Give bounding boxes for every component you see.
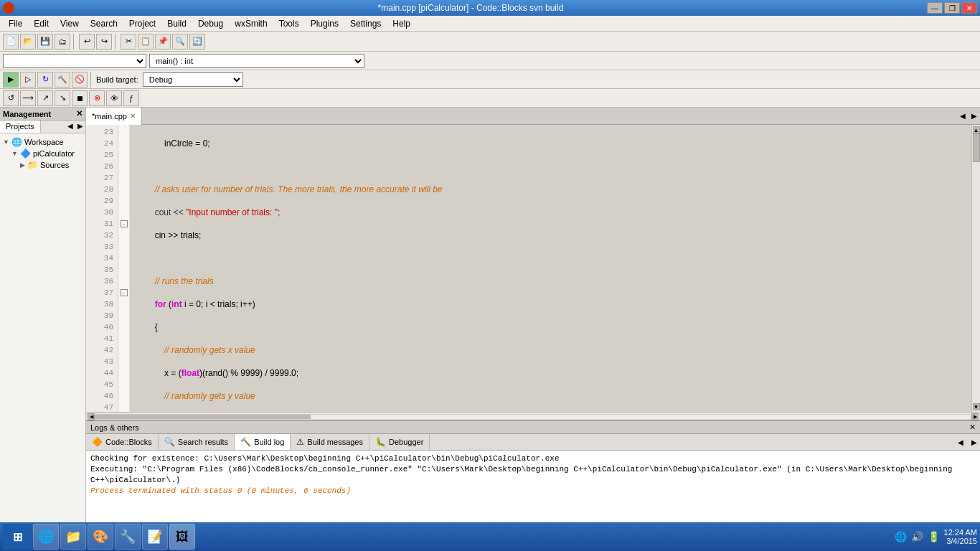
fold-column: - - [118,125,130,412]
hscroll-bar[interactable]: ◀ ▶ [86,412,980,420]
ln44: 44 [90,367,113,379]
debug-step3[interactable]: ↗ [37,90,53,106]
tree-project[interactable]: ▼ 🔷 piCalculator [0,148,85,159]
tab-prev[interactable]: ◀ [65,121,75,133]
taskbar-explorer[interactable]: 📁 [60,524,86,550]
tray-volume[interactable]: 🔊 [911,531,923,542]
code-line-27: cin >> trials; [136,230,966,241]
save-button[interactable]: 💾 [37,34,53,50]
vertical-scrollbar[interactable]: ▲ ▼ [971,125,980,412]
debug-stop[interactable]: ⏹ [72,90,88,106]
cut-button[interactable]: ✂ [121,34,136,50]
file-selector[interactable] [3,54,146,68]
redo-button[interactable]: ↪ [96,34,112,50]
find-button[interactable]: 🔍 [172,34,188,50]
ln38: 38 [90,298,113,310]
log-tab-prev[interactable]: ◀ [955,437,966,448]
tree-workspace[interactable]: ▼ 🌐 Workspace [0,136,85,148]
vscroll-down[interactable]: ▼ [973,403,980,410]
restore-button[interactable]: ❒ [944,2,960,14]
log-close-icon[interactable]: ✕ [969,423,976,432]
tray-battery[interactable]: 🔋 [928,531,940,542]
separator1 [73,34,76,50]
debug-func[interactable]: ƒ [123,90,139,106]
menu-edit[interactable]: Edit [28,17,55,30]
project-expand-icon[interactable]: ▼ [11,150,18,157]
debug-step1[interactable]: ↺ [3,90,19,106]
tree-sources[interactable]: ▶ 📁 Sources [0,159,85,171]
fold37[interactable]: - [118,287,129,298]
debug-step4[interactable]: ↘ [55,90,70,106]
taskbar-app3[interactable]: 🎨 [88,524,113,550]
log-tab-codeblocks[interactable]: 🔶 Code::Blocks [86,434,159,450]
fold41 [118,333,129,344]
clock[interactable]: 12:24 AM 3/4/2015 [944,528,977,545]
minimize-button[interactable]: — [927,2,943,14]
log-tab-next[interactable]: ▶ [969,437,980,448]
function-selector[interactable]: main() : int [149,54,364,68]
reload-button[interactable]: ↻ [37,72,53,88]
save-all-button[interactable]: 🗂 [55,34,70,50]
build-target-select[interactable]: Debug [143,72,243,87]
hscroll-left[interactable]: ◀ [88,413,95,420]
menu-wxsmith[interactable]: wxSmith [229,17,273,30]
fold25 [118,149,129,161]
start-button[interactable]: ⊞ [3,524,32,550]
vscroll-up[interactable]: ▲ [973,126,980,133]
fold24 [118,138,129,149]
paste-button[interactable]: 📌 [155,34,171,50]
ln47: 47 [90,402,113,412]
hscroll-thumb[interactable] [95,415,311,419]
log-panel: Logs & others ✕ 🔶 Code::Blocks 🔍 Search … [86,420,980,535]
fold31[interactable]: - [118,218,129,230]
fold38 [118,298,129,310]
taskbar-right: 🌐 🔊 🔋 12:24 AM 3/4/2015 [895,528,977,545]
menu-view[interactable]: View [55,17,85,30]
menu-help[interactable]: Help [387,17,416,30]
projects-tab[interactable]: Projects [0,121,41,133]
menu-build[interactable]: Build [161,17,192,30]
log-tab-searchresults[interactable]: 🔍 Search results [159,434,235,450]
close-button[interactable]: ✕ [961,2,977,14]
menu-debug[interactable]: Debug [192,17,229,30]
new-button[interactable]: 📄 [3,34,19,50]
run-button[interactable]: ▷ [20,72,36,88]
taskbar-app6[interactable]: 🖼 [169,524,195,550]
menu-plugins[interactable]: Plugins [305,17,344,30]
workspace-expand-icon[interactable]: ▼ [3,138,9,146]
debug-info[interactable]: ⊗ [89,90,105,106]
tab-close-icon[interactable]: ✕ [130,112,136,120]
sources-expand-icon[interactable]: ▶ [20,161,25,169]
log-tab-buildmessages[interactable]: ⚠ Build messages [291,434,369,450]
taskbar-chrome[interactable]: 🌐 [33,524,59,550]
menu-search[interactable]: Search [85,17,123,30]
build-run-button[interactable]: ▶ [3,72,19,88]
undo-button[interactable]: ↩ [79,34,95,50]
log-tab-arrows: ◀ ▶ [955,437,980,447]
menu-file[interactable]: File [3,17,28,30]
cancel-button[interactable]: 🚫 [72,72,88,88]
replace-button[interactable]: 🔄 [189,34,205,50]
tab-scroll-right[interactable]: ▶ [969,110,980,121]
menu-tools[interactable]: Tools [273,17,305,30]
separator3 [90,72,93,88]
debug-step2[interactable]: ⟶ [20,90,36,106]
menu-settings[interactable]: Settings [344,17,387,30]
taskbar-app4[interactable]: 🔧 [115,524,141,550]
log-tab-buildlog[interactable]: 🔨 Build log [235,434,291,450]
tab-scroll-left[interactable]: ◀ [957,110,969,121]
main-cpp-tab[interactable]: *main.cpp ✕ [86,108,142,125]
menu-project[interactable]: Project [123,17,161,30]
management-close-button[interactable]: ✕ [76,109,83,118]
tray-network[interactable]: 🌐 [895,531,907,542]
code-editor[interactable]: inCircle = 0; // asks user for number of… [130,125,971,412]
taskbar-word[interactable]: 📝 [142,524,168,550]
hscroll-right[interactable]: ▶ [971,413,979,420]
log-tab-debugger[interactable]: 🐛 Debugger [369,434,430,450]
open-button[interactable]: 📂 [20,34,36,50]
copy-button[interactable]: 📋 [138,34,154,50]
vscroll-thumb[interactable] [973,133,980,162]
debug-watch[interactable]: 👁 [106,90,122,106]
tab-next[interactable]: ▶ [75,121,85,133]
build-button[interactable]: 🔨 [55,72,70,88]
